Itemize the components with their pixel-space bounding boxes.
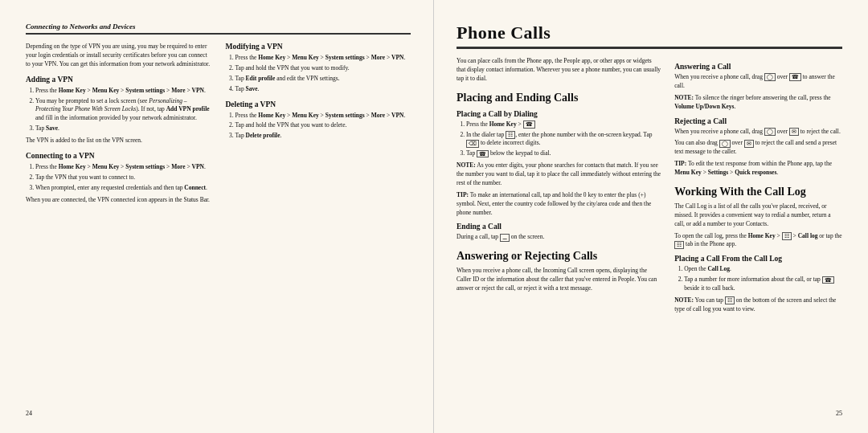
callback-icon: ☎ <box>822 276 834 284</box>
list-item: In the dialer tap ☷, enter the phone num… <box>466 131 661 149</box>
list-item: Press the Home Key > Menu Key > System s… <box>235 112 411 121</box>
left-two-col: Depending on the type of VPN you are usi… <box>26 43 411 403</box>
list-item: When prompted, enter any requested crede… <box>35 184 211 193</box>
left-page: Connecting to Networks and Devices Depen… <box>0 0 434 433</box>
list-item: Press the Home Key > Menu Key > System s… <box>35 163 211 172</box>
modifying-vpn-steps: Press the Home Key > Menu Key > System s… <box>235 54 411 94</box>
drag-icon-2: ◯ <box>764 128 776 136</box>
left-page-header: Connecting to Networks and Devices <box>26 22 411 35</box>
reject-icon: ✉ <box>789 128 799 136</box>
rejecting-call-tip: TIP: To edit the text response from with… <box>674 160 842 178</box>
left-page-header-title: Connecting to Networks and Devices <box>26 22 136 31</box>
phone-icon-2: ☎ <box>789 73 801 81</box>
list-item: Tap and hold the VPN that you want to mo… <box>235 64 411 73</box>
dialing-note: NOTE: As you enter digits, your phone se… <box>457 161 661 188</box>
ending-call-body: During a call, tap ⚊ on the screen. <box>457 233 661 242</box>
msg-icon: ✉ <box>744 140 754 148</box>
call-log-note: NOTE: You can tap ☷ on the bottom of the… <box>674 296 842 314</box>
phone-icon: ☎ <box>523 121 535 129</box>
placing-by-dialing-heading: Placing a Call by Dialing <box>457 110 661 118</box>
working-call-log-heading: Working With the Call Log <box>674 186 842 198</box>
ending-call-heading: Ending a Call <box>457 223 661 231</box>
answering-rejecting-heading: Answering or Rejecting Calls <box>457 250 661 263</box>
phone-intro: You can place calls from the Phone app, … <box>457 57 661 84</box>
placing-by-dialing-steps: Press the Home Key > ☎ In the dialer tap… <box>466 121 661 159</box>
list-item: Tap a number for more information about … <box>684 276 842 293</box>
connecting-vpn-title: Connecting to a VPN <box>26 152 211 160</box>
adding-vpn-steps: Press the Home Key > Menu Key > System s… <box>35 87 211 133</box>
call-log-body: The Call Log is a list of all the calls … <box>674 202 842 229</box>
list-item: Press the Home Key > Menu Key > System s… <box>35 87 211 96</box>
answering-rejecting-body: When you receive a phone call, the Incom… <box>457 267 661 293</box>
page-spread: Connecting to Networks and Devices Depen… <box>0 0 868 433</box>
tab-icon: ☷ <box>674 241 684 249</box>
right-page: Phone Calls You can place calls from the… <box>434 0 868 433</box>
list-item: Press the Home Key > ☎ <box>466 121 661 129</box>
right-page-number: 25 <box>457 403 842 417</box>
list-item: Tap Save. <box>35 125 211 133</box>
filter-icon: ☷ <box>725 296 735 304</box>
right-col-2: Answering a Call When you receive a phon… <box>674 57 842 403</box>
main-title: Phone Calls <box>457 22 842 49</box>
placing-from-log-heading: Placing a Call From the Call Log <box>674 255 842 263</box>
right-two-col: You can place calls from the Phone app, … <box>457 57 842 403</box>
answering-call-note: NOTE: To silence the ringer before answe… <box>674 94 842 112</box>
delete-icon: ⌫ <box>466 140 479 148</box>
drag-icon: ◯ <box>764 73 776 81</box>
list-item: Tap Save. <box>235 85 411 94</box>
connecting-vpn-note: When you are connected, the VPN connecte… <box>26 196 211 205</box>
left-col-2: Modifying a VPN Press the Home Key > Men… <box>226 43 411 403</box>
placing-ending-heading: Placing and Ending Calls <box>457 92 661 104</box>
right-col-1: You can place calls from the Phone app, … <box>457 57 661 403</box>
left-page-number: 24 <box>26 403 411 417</box>
placing-from-log-steps: Open the Call Log. Tap a number for more… <box>684 265 842 293</box>
adding-vpn-note: The VPN is added to the list on the VPN … <box>26 137 211 145</box>
call-log-open: To open the call log, press the Home Key… <box>674 232 842 250</box>
log-icon: ☷ <box>782 232 792 240</box>
drag-icon-3: ◯ <box>719 140 731 148</box>
modifying-vpn-title: Modifying a VPN <box>226 43 411 51</box>
deleting-vpn-title: Deleting a VPN <box>226 100 411 108</box>
list-item: Tap Edit profile and edit the VPN settin… <box>235 75 411 84</box>
list-item: You may be prompted to set a lock screen… <box>35 97 211 124</box>
list-item: Tap ☎ below the keypad to dial. <box>466 149 661 158</box>
list-item: Tap Delete profile. <box>235 132 411 141</box>
answering-call-heading: Answering a Call <box>674 63 842 71</box>
dialing-tip: TIP: To make an international call, tap … <box>457 191 661 218</box>
rejecting-call-heading: Rejecting a Call <box>674 117 842 125</box>
adding-vpn-title: Adding a VPN <box>26 76 211 84</box>
left-col-1: Depending on the type of VPN you are usi… <box>26 43 211 403</box>
dialer-icon: ☷ <box>506 131 515 139</box>
deleting-vpn-steps: Press the Home Key > Menu Key > System s… <box>235 112 411 141</box>
answering-call-body: When you receive a phone call, drag ◯ ov… <box>674 73 842 91</box>
dial-icon: ☎ <box>477 150 489 158</box>
intro-text: Depending on the type of VPN you are usi… <box>26 43 211 69</box>
end-call-icon: ⚊ <box>500 234 510 242</box>
rejecting-call-body: When you receive a phone call, drag ◯ ov… <box>674 128 842 137</box>
list-item: Press the Home Key > Menu Key > System s… <box>235 54 411 63</box>
list-item: Open the Call Log. <box>684 265 842 274</box>
list-item: Tap and hold the VPN that you want to de… <box>235 121 411 130</box>
list-item: Tap the VPN that you want to connect to. <box>35 174 211 182</box>
connecting-vpn-steps: Press the Home Key > Menu Key > System s… <box>35 163 211 193</box>
rejecting-call-extra: You can also drag ◯ over ✉ to reject the… <box>674 139 842 157</box>
